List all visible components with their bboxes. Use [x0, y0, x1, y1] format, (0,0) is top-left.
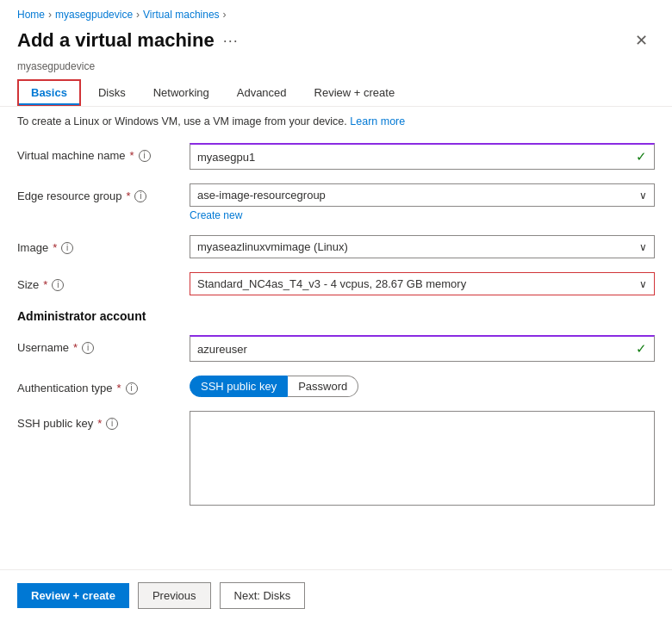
auth-type-label: Authentication type * i [17, 376, 190, 394]
page-title: Add a virtual machine [17, 29, 215, 52]
username-valid-icon: ✓ [636, 341, 647, 357]
edge-resource-group-info-icon[interactable]: i [134, 190, 146, 202]
username-input-wrapper: ✓ [190, 335, 655, 362]
edge-resource-group-control: ase-image-resourcegroup ∨ Create new [190, 183, 655, 221]
username-row: Username * i ✓ [17, 335, 655, 362]
ssh-key-control [190, 411, 655, 508]
size-dropdown[interactable]: Standard_NC4as_T4_v3 - 4 vcpus, 28.67 GB… [190, 272, 655, 295]
image-control: myaseazlinuxvmimage (Linux) ∨ [190, 235, 655, 258]
username-label: Username * i [17, 335, 190, 354]
vm-name-control: ✓ [190, 143, 655, 170]
ssh-key-label: SSH public key * i [17, 411, 190, 430]
header-subtitle: myasegpudevice [0, 60, 672, 79]
size-chevron-icon: ∨ [639, 278, 647, 290]
image-row: Image * i myaseazlinuxvmimage (Linux) ∨ [17, 235, 655, 258]
auth-type-toggle: SSH public key Password [190, 376, 655, 397]
auth-type-row: Authentication type * i SSH public key P… [17, 376, 655, 397]
create-new-resource-group-link[interactable]: Create new [190, 209, 242, 221]
tab-basics[interactable]: Basics [17, 79, 81, 106]
size-row: Size * i Standard_NC4as_T4_v3 - 4 vcpus,… [17, 272, 655, 295]
edge-resource-group-chevron-icon: ∨ [639, 189, 647, 202]
breadcrumb-device[interactable]: myasegpudevice [55, 9, 133, 21]
close-button[interactable]: ✕ [628, 28, 655, 53]
auth-ssh-key-button[interactable]: SSH public key [190, 376, 288, 397]
review-create-button[interactable]: Review + create [17, 583, 129, 608]
admin-account-section-title: Administrator account [17, 309, 655, 323]
image-dropdown[interactable]: myaseazlinuxvmimage (Linux) ∨ [190, 235, 655, 258]
auth-password-button[interactable]: Password [288, 376, 358, 397]
tab-networking[interactable]: Networking [140, 79, 223, 106]
ssh-key-textarea[interactable] [190, 411, 655, 506]
breadcrumb-vms[interactable]: Virtual machines [143, 9, 220, 21]
vm-name-label: Virtual machine name * i [17, 143, 190, 162]
vm-name-row: Virtual machine name * i ✓ [17, 143, 655, 170]
image-label: Image * i [17, 235, 190, 254]
username-input[interactable] [197, 343, 631, 356]
page-header: Add a virtual machine ··· ✕ [0, 24, 672, 60]
info-bar: To create a Linux or Windows VM, use a V… [0, 107, 672, 136]
auth-type-info-icon[interactable]: i [126, 382, 138, 394]
footer: Review + create Previous Next: Disks [0, 569, 672, 621]
ssh-key-row: SSH public key * i [17, 411, 655, 508]
auth-type-control: SSH public key Password [190, 376, 655, 397]
vm-name-input[interactable] [197, 151, 631, 164]
next-disks-button[interactable]: Next: Disks [220, 582, 306, 609]
ssh-key-info-icon[interactable]: i [106, 418, 118, 430]
tabs-bar: Basics Disks Networking Advanced Review … [0, 79, 672, 107]
size-info-icon[interactable]: i [52, 279, 64, 291]
size-control: Standard_NC4as_T4_v3 - 4 vcpus, 28.67 GB… [190, 272, 655, 295]
username-control: ✓ [190, 335, 655, 362]
form-body: Virtual machine name * i ✓ Edge resource… [0, 136, 672, 569]
tab-disks[interactable]: Disks [84, 79, 140, 106]
username-info-icon[interactable]: i [82, 342, 94, 354]
edge-resource-group-label: Edge resource group * i [17, 183, 190, 202]
learn-more-link[interactable]: Learn more [350, 115, 405, 127]
more-options-button[interactable]: ··· [223, 32, 239, 50]
edge-resource-group-dropdown[interactable]: ase-image-resourcegroup ∨ [190, 183, 655, 207]
edge-resource-group-row: Edge resource group * i ase-image-resour… [17, 183, 655, 221]
vm-name-info-icon[interactable]: i [139, 150, 151, 162]
vm-name-valid-icon: ✓ [636, 149, 647, 165]
previous-button[interactable]: Previous [138, 582, 211, 609]
breadcrumb: Home › myasegpudevice › Virtual machines… [0, 0, 672, 24]
image-info-icon[interactable]: i [61, 242, 73, 254]
vm-name-input-wrapper: ✓ [190, 143, 655, 170]
image-chevron-icon: ∨ [639, 241, 647, 253]
tab-advanced[interactable]: Advanced [223, 79, 301, 106]
tab-review-create[interactable]: Review + create [301, 79, 409, 106]
size-label: Size * i [17, 272, 190, 291]
breadcrumb-home[interactable]: Home [17, 9, 45, 21]
